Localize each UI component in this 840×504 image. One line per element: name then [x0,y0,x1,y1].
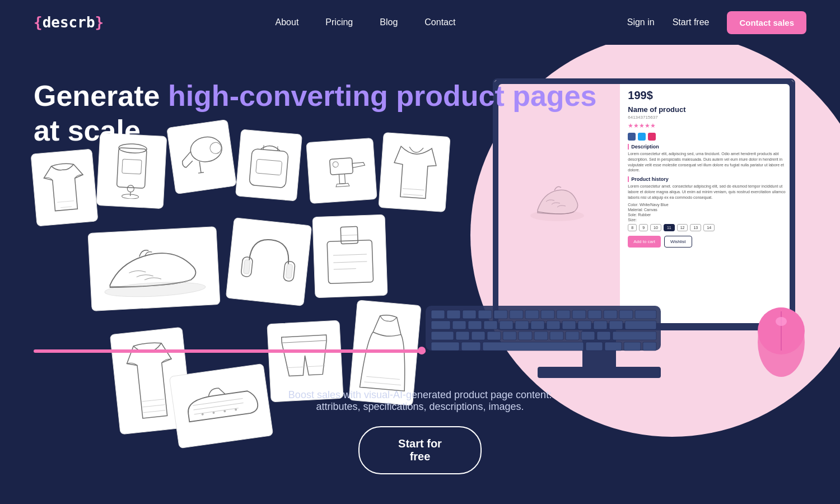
svg-rect-43 [483,342,584,351]
nav-blog[interactable]: Blog [380,17,398,27]
progress-bar-dot [418,347,426,354]
products-illustration [34,118,459,409]
svg-line-77 [341,235,358,235]
svg-rect-41 [431,342,459,351]
svg-rect-19 [484,321,497,329]
svg-line-52 [60,207,72,208]
nav-links: About Pricing Blog Contact [276,17,456,27]
sign-in-link[interactable]: Sign in [627,17,655,27]
svg-rect-40 [613,332,656,340]
svg-rect-29 [431,332,454,340]
nav-contact[interactable]: Contact [424,17,455,27]
svg-point-51 [776,317,787,326]
svg-rect-32 [487,332,501,340]
svg-point-69 [333,161,339,167]
svg-rect-47 [643,342,656,351]
hero-title-plain: Generate [34,80,168,112]
svg-rect-4 [463,310,476,319]
svg-rect-12 [588,310,601,319]
sketch-sneaker [87,226,220,311]
svg-rect-39 [597,332,610,340]
svg-rect-15 [635,310,656,319]
svg-rect-11 [572,310,586,319]
svg-rect-16 [431,321,450,329]
contact-sales-button[interactable]: Contact sales [727,11,806,34]
svg-line-79 [333,262,367,263]
svg-rect-65 [255,159,282,175]
svg-point-70 [104,280,206,298]
navbar: {descrb} About Pricing Blog Contact Sign… [0,0,840,45]
svg-line-78 [333,254,367,255]
svg-rect-13 [604,310,617,319]
svg-line-87 [364,382,401,385]
svg-line-89 [286,367,305,368]
start-for-free-button[interactable]: Start for free [358,426,482,474]
keyboard-illustration [426,295,694,364]
svg-rect-28 [625,321,656,329]
svg-rect-73 [244,259,251,274]
svg-line-62 [199,161,201,172]
svg-rect-64 [249,148,288,188]
svg-rect-24 [562,321,576,329]
svg-line-53 [57,201,74,203]
svg-line-88 [282,340,326,343]
svg-rect-3 [447,310,460,319]
sketch-shirt [31,148,99,226]
svg-rect-33 [503,332,516,340]
svg-point-57 [127,185,134,193]
svg-rect-21 [515,321,529,329]
hero-subtitle-line2: attributes, specifications, descriptions… [316,401,524,412]
svg-rect-38 [581,332,595,340]
svg-rect-14 [619,310,633,319]
hero-subtitle-line1: Boost sales with visual-AI-generated pro… [288,389,552,400]
svg-rect-5 [478,310,492,319]
hero-title: Generate high-converting product pages a… [34,78,806,148]
svg-line-90 [307,366,325,367]
logo[interactable]: {descrb} [34,14,104,31]
hero-title-highlight: high-converting product pages [168,80,597,112]
svg-rect-10 [557,310,570,319]
hero-subtitle: Boost sales with visual-AI-generated pro… [34,389,806,413]
svg-line-81 [403,194,423,195]
svg-rect-35 [534,332,548,340]
progress-bar [34,349,426,353]
svg-rect-18 [468,321,482,329]
svg-rect-75 [327,240,374,284]
svg-rect-8 [525,310,539,319]
monitor-base [538,367,661,378]
svg-rect-17 [452,321,466,329]
svg-line-86 [366,376,400,379]
svg-rect-45 [605,342,622,351]
nav-about[interactable]: About [276,17,299,27]
start-free-button[interactable]: Start free [673,17,710,27]
svg-rect-46 [624,342,641,351]
svg-rect-27 [609,321,623,329]
svg-rect-7 [510,310,523,319]
svg-rect-31 [472,332,485,340]
svg-rect-37 [566,332,579,340]
svg-rect-44 [586,342,603,351]
svg-rect-30 [456,332,469,340]
hero-title-rest: at scale [34,114,141,147]
svg-rect-22 [531,321,544,329]
svg-rect-6 [494,310,507,319]
svg-rect-25 [578,321,591,329]
svg-line-63 [198,172,204,172]
svg-rect-20 [500,321,513,329]
svg-rect-9 [541,310,554,319]
sketch-headphones [226,217,312,306]
svg-rect-36 [550,332,563,340]
svg-rect-54 [116,148,147,189]
svg-rect-26 [594,321,607,329]
svg-line-82 [402,188,424,190]
nav-pricing[interactable]: Pricing [325,17,353,27]
mouse-illustration [750,300,812,386]
svg-rect-42 [461,342,480,351]
hero-section: Generate high-converting product pages a… [0,45,840,504]
nav-right: Sign in Start free Contact sales [627,11,806,34]
svg-rect-2 [431,310,445,319]
svg-rect-23 [547,321,560,329]
svg-rect-74 [286,264,293,278]
sketch-badge [312,214,388,298]
svg-line-80 [334,269,356,269]
